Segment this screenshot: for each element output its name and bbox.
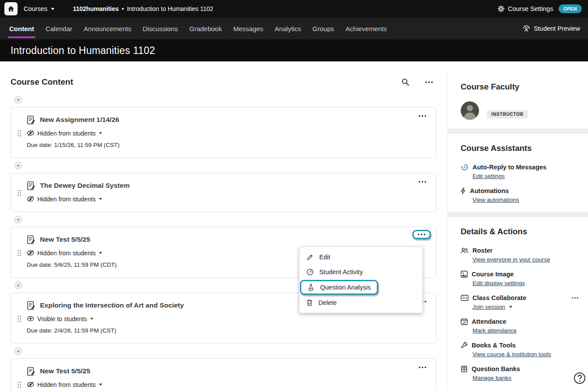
- drag-handle-icon[interactable]: [17, 369, 22, 390]
- content-item-title[interactable]: New Assignment 1/14/26: [40, 116, 119, 124]
- roster-icon: [461, 247, 469, 254]
- roster-label: Roster: [473, 247, 493, 254]
- join-session-link[interactable]: Join session: [473, 304, 505, 310]
- add-content-button[interactable]: +: [14, 162, 22, 169]
- automations-label: Automations: [470, 187, 509, 194]
- item-options-button[interactable]: [417, 179, 428, 185]
- menu-item-student-activity[interactable]: Student Activity: [299, 265, 422, 279]
- document-icon: [27, 181, 36, 190]
- drag-handle-icon[interactable]: [17, 183, 22, 203]
- course-assistants-section: Course Assistants Auto-Reply to Messages…: [447, 134, 588, 212]
- course-content-panel: Course Content + New Assignment 1/14/26: [0, 61, 447, 390]
- course-image-icon: [461, 271, 468, 278]
- tab-discussions[interactable]: Discussions: [137, 18, 184, 39]
- breadcrumb-separator: •: [122, 5, 124, 12]
- breadcrumb: 1102humanities • Introduction to Humanit…: [73, 5, 213, 12]
- ellipsis-icon: [418, 115, 426, 117]
- courses-menu-button[interactable]: Courses: [24, 5, 54, 12]
- test-icon: [27, 235, 36, 244]
- tab-content[interactable]: Content: [4, 18, 40, 39]
- instructor-avatar[interactable]: [461, 101, 479, 120]
- attendance-label: Attendance: [472, 318, 506, 325]
- course-image-item: Course Image Edit display settings: [461, 270, 579, 286]
- roster-item: Roster View everyone in your course: [461, 246, 579, 263]
- collaborate-options-button[interactable]: [571, 296, 579, 300]
- menu-item-question-analysis[interactable]: Question Analysis: [300, 280, 378, 295]
- visibility-dropdown[interactable]: Hidden from students: [27, 249, 102, 257]
- mark-attendance-link[interactable]: Mark attendance: [473, 327, 517, 334]
- chevron-down-icon[interactable]: [509, 306, 512, 308]
- pencil-icon: [307, 254, 314, 261]
- content-item-title[interactable]: The Dewey Decimal System: [40, 182, 130, 190]
- auto-reply-icon: [461, 163, 469, 171]
- item-options-button[interactable]: [418, 233, 426, 236]
- course-settings-button[interactable]: Course Settings: [498, 5, 553, 12]
- course-content-heading: Course Content: [11, 77, 73, 87]
- visibility-label: Hidden from students: [37, 196, 96, 203]
- menu-item-label: Delete: [318, 299, 337, 306]
- drag-handle-icon[interactable]: [17, 237, 22, 269]
- auto-reply-item: Auto-Reply to Messages Edit settings: [461, 163, 579, 179]
- add-content-button[interactable]: +: [14, 282, 22, 289]
- view-tools-link[interactable]: View course & institution tools: [473, 351, 551, 358]
- content-options-button[interactable]: [423, 79, 435, 85]
- visibility-dropdown[interactable]: Visible to students: [27, 315, 94, 323]
- due-date: Due date: 1/15/26, 11:59 PM (CST): [27, 142, 429, 149]
- visibility-label: Visible to students: [37, 315, 87, 322]
- add-content-button[interactable]: +: [14, 96, 22, 104]
- content-item-title[interactable]: New Test 5/5/25: [40, 367, 90, 375]
- section-divider: [447, 129, 588, 134]
- books-tools-item: Books & Tools View course & institution …: [461, 341, 579, 358]
- content-header: Course Content: [11, 76, 436, 88]
- tab-analytics[interactable]: Analytics: [269, 18, 307, 39]
- ellipsis-icon: [572, 297, 578, 299]
- menu-item-delete[interactable]: Delete: [299, 295, 422, 310]
- student-preview-icon: [523, 25, 530, 32]
- content-item-title[interactable]: Exploring the Intersection of Art and So…: [40, 301, 184, 309]
- content-item-card: New Assignment 1/14/26 Hidden from stude…: [11, 107, 436, 158]
- help-button[interactable]: [574, 372, 586, 384]
- tab-messages[interactable]: Messages: [227, 18, 269, 39]
- edit-settings-link[interactable]: Edit settings: [473, 173, 505, 179]
- drag-handle-icon[interactable]: [17, 117, 22, 149]
- lightning-icon: [461, 187, 466, 194]
- menu-item-edit[interactable]: Edit: [299, 250, 422, 265]
- topbar-actions: Course Settings OPEN: [498, 4, 584, 13]
- add-content-button[interactable]: +: [14, 216, 22, 223]
- item-options-button[interactable]: [417, 365, 428, 370]
- item-options-button[interactable]: [417, 113, 428, 119]
- content-search-button[interactable]: [400, 76, 411, 88]
- manage-banks-link[interactable]: Manage banks: [473, 375, 512, 381]
- ellipsis-icon: [418, 366, 426, 369]
- course-open-badge[interactable]: OPEN: [559, 4, 582, 13]
- auto-reply-label: Auto-Reply to Messages: [473, 164, 546, 171]
- course-nav: Content Calendar Announcements Discussio…: [0, 18, 588, 39]
- tab-groups[interactable]: Groups: [307, 18, 340, 39]
- tab-gradebook[interactable]: Gradebook: [184, 18, 227, 39]
- student-preview-button[interactable]: Student Preview: [523, 25, 584, 32]
- tab-announcements[interactable]: Announcements: [78, 18, 137, 39]
- visibility-dropdown[interactable]: Hidden from students: [27, 380, 102, 389]
- visibility-label: Hidden from students: [37, 130, 96, 137]
- view-automations-link[interactable]: View automations: [473, 197, 519, 203]
- drag-handle-icon[interactable]: [17, 303, 22, 335]
- content-item-title[interactable]: New Test 5/5/25: [40, 236, 90, 243]
- edit-display-settings-link[interactable]: Edit display settings: [473, 280, 525, 286]
- home-button[interactable]: [4, 2, 18, 15]
- sidebar-top-gap: [447, 61, 588, 72]
- menu-item-label: Edit: [319, 254, 330, 261]
- visibility-dropdown[interactable]: Hidden from students: [27, 195, 102, 203]
- breadcrumb-course-name: Introduction to Humanities 1102: [127, 5, 213, 12]
- question-banks-item: Question Banks Manage banks: [461, 365, 579, 381]
- view-everyone-link[interactable]: View everyone in your course: [473, 256, 550, 263]
- chevron-down-icon: [99, 252, 102, 254]
- content-item-card: New Test 5/5/25 Hidden from students Due…: [11, 358, 436, 390]
- visibility-dropdown[interactable]: Hidden from students: [27, 129, 102, 137]
- add-content-divider: +: [11, 92, 436, 107]
- add-content-button[interactable]: +: [14, 347, 22, 355]
- add-content-divider: +: [11, 158, 436, 173]
- visibility-label: Hidden from students: [37, 381, 96, 388]
- tab-calendar[interactable]: Calendar: [40, 18, 78, 39]
- ellipsis-icon: [418, 181, 426, 183]
- tab-achievements[interactable]: Achievements: [340, 18, 393, 39]
